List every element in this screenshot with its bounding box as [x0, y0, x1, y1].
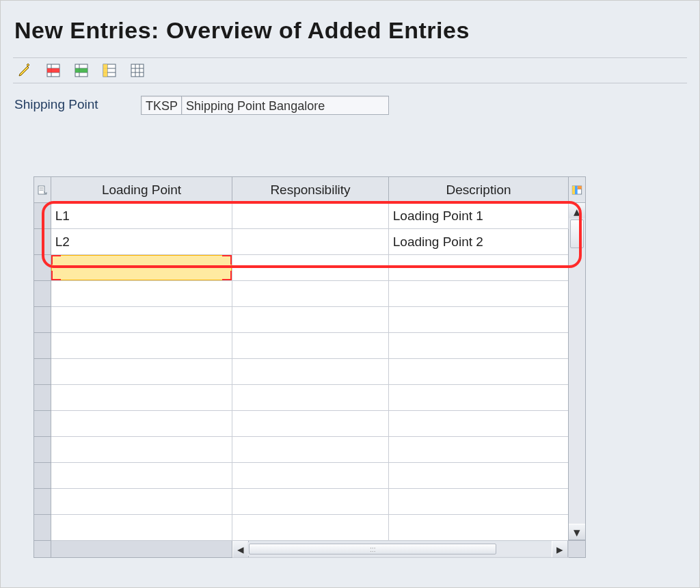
svg-rect-26 [575, 186, 578, 194]
cell-description[interactable] [388, 489, 569, 515]
shipping-point-code-input[interactable]: TKSP [141, 96, 182, 115]
cell-description[interactable] [388, 333, 569, 359]
cell-description[interactable] [388, 411, 569, 437]
table-row [34, 281, 586, 307]
cell-description[interactable]: Loading Point 1 [388, 203, 569, 229]
table-row [34, 489, 586, 515]
cell-loading-point[interactable] [51, 333, 232, 359]
cell-responsibility[interactable] [232, 411, 389, 437]
cell-description[interactable] [388, 463, 569, 489]
select-all-header[interactable] [34, 177, 51, 203]
page-title: New Entries: Overview of Added Entries [14, 17, 687, 44]
cell-description[interactable] [388, 359, 569, 385]
scroll-left-icon[interactable]: ◂ [232, 541, 249, 557]
cell-responsibility[interactable] [232, 385, 389, 411]
scroll-down-icon[interactable]: ▾ [569, 524, 585, 540]
col-description[interactable]: Description [388, 177, 569, 203]
cell-description[interactable] [388, 385, 569, 411]
table-row [34, 463, 586, 489]
edit-icon[interactable] [17, 62, 33, 79]
cell-responsibility[interactable] [232, 229, 389, 255]
table-select-row-icon[interactable] [101, 62, 118, 79]
cell-responsibility[interactable] [232, 281, 389, 307]
svg-rect-9 [75, 68, 88, 72]
horizontal-scrollbar-cell: ◂:::▸ [232, 541, 569, 558]
table-row [34, 515, 586, 541]
col-responsibility[interactable]: Responsibility [232, 177, 389, 203]
col-loading-point[interactable]: Loading Point [51, 177, 232, 203]
cell-loading-point[interactable] [51, 385, 232, 411]
vertical-scrollbar[interactable]: ▴▾ [569, 203, 585, 540]
cell-responsibility[interactable] [232, 463, 389, 489]
svg-rect-4 [47, 68, 59, 72]
table-row [34, 307, 586, 333]
cell-loading-point[interactable] [51, 307, 232, 333]
row-selector[interactable] [34, 411, 51, 437]
row-selector[interactable] [34, 255, 51, 281]
cell-loading-point[interactable]: L2 [51, 229, 232, 255]
svg-rect-14 [103, 64, 107, 77]
row-selector[interactable] [34, 203, 51, 229]
table-settings-header[interactable] [569, 177, 586, 203]
table-row: L2Loading Point 2 [34, 229, 586, 255]
row-selector[interactable] [34, 333, 51, 359]
table-delete-row-icon[interactable] [45, 62, 62, 79]
cell-loading-point[interactable] [51, 463, 232, 489]
row-selector [34, 541, 51, 558]
svg-rect-25 [572, 186, 575, 194]
table-row [34, 255, 586, 281]
table-row [34, 333, 586, 359]
table-row [34, 359, 586, 385]
cell-loading-point[interactable] [51, 359, 232, 385]
cell-description[interactable]: Loading Point 2 [388, 229, 569, 255]
scroll-thumb[interactable]: ::: [249, 544, 496, 554]
cell-responsibility[interactable] [232, 255, 389, 281]
scroll-up-icon[interactable]: ▴ [569, 203, 585, 219]
cell-responsibility[interactable] [232, 333, 389, 359]
scroll-thumb[interactable] [570, 219, 584, 248]
svg-rect-27 [578, 186, 582, 189]
cell-loading-point[interactable] [51, 437, 232, 463]
row-selector[interactable] [34, 515, 51, 541]
cell-loading-point[interactable] [51, 489, 232, 515]
row-selector[interactable] [34, 307, 51, 333]
cell-description[interactable] [388, 307, 569, 333]
row-selector[interactable] [34, 229, 51, 255]
table-container: Loading Point Responsibility Description… [33, 176, 602, 558]
cell-responsibility[interactable] [232, 307, 389, 333]
vertical-scrollbar-cell: ▴▾ [569, 203, 586, 541]
cell-loading-point[interactable]: L1 [51, 203, 232, 229]
table-structure-icon[interactable] [129, 62, 146, 79]
cell-responsibility[interactable] [232, 489, 389, 515]
cell-description[interactable] [388, 437, 569, 463]
cell-loading-point[interactable] [51, 515, 232, 541]
row-selector[interactable] [34, 437, 51, 463]
table-row [34, 437, 586, 463]
row-selector[interactable] [34, 359, 51, 385]
table-header-row: Loading Point Responsibility Description [34, 177, 586, 203]
cell-loading-point[interactable] [51, 411, 232, 437]
row-selector[interactable] [34, 385, 51, 411]
table-row [34, 411, 586, 437]
shipping-point-row: Shipping Point TKSPShipping Point Bangal… [14, 96, 687, 115]
cell-responsibility[interactable] [232, 359, 389, 385]
cell-responsibility[interactable] [232, 515, 389, 541]
cell-description[interactable] [388, 255, 569, 281]
table-row [34, 385, 586, 411]
row-selector[interactable] [34, 281, 51, 307]
svg-rect-15 [131, 64, 144, 77]
scroll-right-icon[interactable]: ▸ [552, 541, 568, 557]
cell-loading-point[interactable] [51, 255, 232, 281]
cell-responsibility[interactable] [232, 203, 389, 229]
row-selector[interactable] [34, 463, 51, 489]
shipping-point-desc-field: Shipping Point Bangalore [181, 96, 389, 115]
horizontal-scrollbar-row: ◂:::▸ [34, 541, 586, 558]
row-selector[interactable] [34, 489, 51, 515]
cell-loading-point[interactable] [51, 281, 232, 307]
cell-description[interactable] [388, 515, 569, 541]
toolbar [13, 57, 687, 83]
horizontal-scrollbar[interactable]: ◂:::▸ [232, 541, 568, 557]
cell-description[interactable] [388, 281, 569, 307]
table-insert-row-icon[interactable] [73, 62, 90, 79]
cell-responsibility[interactable] [232, 437, 389, 463]
